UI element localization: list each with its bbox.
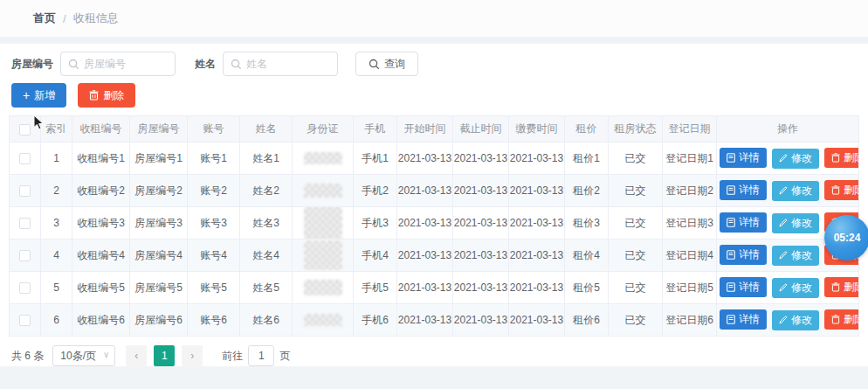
- rent-info-page: 首页 / 收租信息 房屋编号 姓名 查询 + 新增: [0, 0, 868, 389]
- row-checkbox[interactable]: [19, 315, 31, 326]
- detail-button[interactable]: 详情: [720, 212, 767, 233]
- detail-button[interactable]: 详情: [720, 148, 767, 168]
- cell-house-no: 房屋编号1: [130, 142, 188, 175]
- cell-index: 3: [41, 207, 72, 240]
- edit-pen-icon: [779, 186, 788, 195]
- select-all-checkbox[interactable]: [19, 124, 31, 135]
- detail-button[interactable]: 详情: [720, 277, 767, 297]
- delete-button[interactable]: 删除: [78, 83, 135, 108]
- document-icon: [727, 315, 735, 324]
- cell-status: 已交: [609, 207, 663, 240]
- detail-button[interactable]: 详情: [720, 180, 767, 200]
- trash-icon: [89, 90, 99, 101]
- cell-reg-date: 登记日期3: [663, 207, 717, 240]
- row-delete-button[interactable]: 删除: [824, 309, 859, 330]
- edit-pen-icon: [779, 316, 788, 324]
- id-card-blur: [304, 240, 342, 270]
- cell-id-card-masked: [293, 142, 354, 175]
- content-card: 房屋编号 姓名 查询 + 新增 删除: [0, 44, 868, 366]
- cell-pay-date: 2021-03-13: [509, 207, 565, 240]
- add-button[interactable]: + 新增: [11, 83, 66, 108]
- cell-actions: 详情修改删除: [717, 272, 859, 304]
- cell-rent-no: 收租编号4: [72, 240, 130, 272]
- document-icon: [727, 250, 735, 260]
- cell-house-no: 房屋编号3: [130, 207, 188, 240]
- cell-id-card-masked: [293, 304, 354, 337]
- toolbar: + 新增 删除: [11, 83, 868, 108]
- goto-page-suffix: 页: [279, 349, 290, 364]
- detail-button-label: 详情: [739, 150, 760, 165]
- cell-name: 姓名5: [240, 272, 293, 304]
- cell-rent-no: 收租编号2: [72, 175, 130, 207]
- edit-pen-icon: [779, 283, 788, 292]
- add-button-label: 新增: [34, 88, 55, 103]
- cell-rent-no: 收租编号5: [72, 272, 130, 304]
- column-header: 身份证: [293, 116, 354, 142]
- cell-pay-date: 2021-03-13: [509, 142, 565, 175]
- row-delete-button-label: 删除: [844, 312, 859, 327]
- table-row: 5收租编号5房屋编号5账号5姓名5手机52021-03-132021-03-13…: [10, 272, 859, 304]
- cell-pay-date: 2021-03-13: [509, 304, 565, 337]
- chevron-left-icon: ‹: [134, 350, 138, 362]
- prev-page-button[interactable]: ‹: [126, 345, 147, 366]
- cell-rent-no: 收租编号6: [72, 304, 130, 337]
- row-delete-button[interactable]: 删除: [824, 148, 859, 168]
- row-checkbox[interactable]: [19, 218, 31, 229]
- edit-button[interactable]: 修改: [772, 310, 819, 330]
- cell-start-date: 2021-03-13: [397, 272, 453, 304]
- edit-button[interactable]: 修改: [772, 246, 819, 266]
- column-header: 租房状态: [609, 116, 663, 142]
- cell-start-date: 2021-03-13: [397, 142, 453, 175]
- edit-button[interactable]: 修改: [772, 278, 819, 298]
- page-size-select[interactable]: 10条/页 ∨: [52, 345, 115, 366]
- document-icon: [727, 218, 735, 227]
- row-checkbox[interactable]: [19, 185, 31, 197]
- row-delete-button[interactable]: 删除: [824, 180, 859, 200]
- edit-button[interactable]: 修改: [772, 149, 819, 169]
- cell-start-date: 2021-03-13: [397, 304, 453, 337]
- name-field[interactable]: [223, 52, 338, 76]
- house-no-label: 房屋编号: [11, 57, 53, 72]
- cell-start-date: 2021-03-13: [397, 207, 453, 240]
- edit-button[interactable]: 修改: [772, 213, 819, 233]
- page-footer: [0, 366, 868, 389]
- cell-index: 2: [41, 175, 72, 207]
- column-header: 房屋编号: [130, 116, 188, 142]
- row-checkbox[interactable]: [19, 250, 31, 261]
- document-icon: [727, 153, 735, 163]
- cell-price: 租价4: [565, 240, 609, 272]
- page-number-button[interactable]: 1: [154, 345, 175, 366]
- house-no-field[interactable]: [60, 52, 176, 76]
- search-form: 房屋编号 姓名 查询: [11, 52, 868, 76]
- cell-start-date: 2021-03-13: [397, 240, 453, 272]
- detail-button[interactable]: 详情: [720, 245, 767, 265]
- column-header: 开始时间: [397, 116, 453, 142]
- query-button[interactable]: 查询: [355, 52, 418, 76]
- table-row: 2收租编号2房屋编号2账号2姓名2手机22021-03-132021-03-13…: [10, 175, 859, 207]
- column-header: 截止时间: [453, 116, 509, 142]
- cell-id-card-masked: [293, 175, 354, 207]
- breadcrumb-home[interactable]: 首页: [33, 10, 56, 26]
- edit-button-label: 修改: [791, 184, 812, 198]
- next-page-button[interactable]: ›: [182, 345, 203, 366]
- row-checkbox[interactable]: [19, 153, 31, 164]
- cell-id-card-masked: [293, 240, 354, 272]
- detail-button[interactable]: 详情: [720, 309, 767, 330]
- detail-button-label: 详情: [739, 247, 760, 262]
- goto-page-input[interactable]: [248, 345, 274, 366]
- column-header: 租价: [565, 116, 609, 142]
- table-row: 4收租编号4房屋编号4账号4姓名4手机42021-03-132021-03-13…: [10, 240, 859, 272]
- trash-icon: [831, 185, 840, 195]
- row-delete-button[interactable]: 删除: [824, 277, 859, 297]
- edit-button[interactable]: 修改: [772, 181, 819, 201]
- timer-value: 05:24: [834, 232, 861, 244]
- row-checkbox[interactable]: [19, 282, 31, 294]
- table-body: 1收租编号1房屋编号1账号1姓名1手机12021-03-132021-03-13…: [10, 142, 859, 337]
- chevron-right-icon: ›: [190, 350, 194, 362]
- cell-account: 账号4: [188, 240, 240, 272]
- cell-reg-date: 登记日期4: [663, 240, 717, 272]
- search-icon: [369, 59, 380, 70]
- row-delete-button-label: 删除: [844, 150, 859, 165]
- edit-pen-icon: [779, 154, 788, 163]
- cell-name: 姓名4: [240, 240, 293, 272]
